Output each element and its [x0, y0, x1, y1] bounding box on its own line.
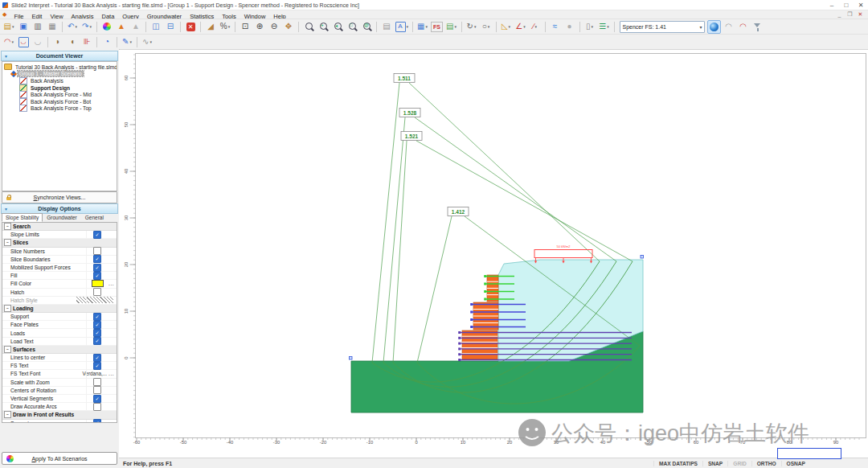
zoom-last-button[interactable]: @ [360, 20, 374, 34]
chevron-down-icon[interactable]: ▾ [535, 24, 538, 29]
filter-button[interactable] [751, 20, 764, 34]
query-slip-surface-button[interactable]: ◠▾ [2, 35, 16, 49]
query-slip-boxed-button[interactable]: ◡ [17, 35, 31, 49]
zoom-out-button[interactable]: ⊖ [268, 20, 281, 34]
option-group-slices[interactable]: −Slices [2, 239, 117, 247]
minimize-button[interactable]: – [825, 1, 839, 10]
mdi-close-button[interactable]: ✕ [855, 11, 866, 18]
tree-item-support-design[interactable]: Support Design [2, 84, 117, 92]
zoom-window-button[interactable]: □ [346, 20, 359, 34]
collapse-icon[interactable]: ▼ [4, 54, 8, 59]
model-canvas[interactable]: 6050403020100-60-50-40-30-20-10010203040… [119, 50, 868, 458]
fill-checkbox[interactable]: ✓ [93, 272, 101, 280]
ruler-button[interactable]: ◺▾ [499, 20, 513, 34]
collapse-icon[interactable]: − [4, 239, 11, 246]
slice-numbers-checkbox[interactable] [93, 247, 101, 255]
smooth-surface-button[interactable]: ∿▾ [141, 35, 154, 49]
fs-text-checkbox[interactable]: ✓ [93, 362, 101, 370]
tile-horizontal-button[interactable]: ⊟ [164, 20, 178, 34]
synchronize-views-button[interactable]: Synchronize Views... [2, 191, 117, 203]
export-image-button[interactable]: ▦ [46, 20, 59, 34]
grid-button[interactable]: ▦▾ [416, 20, 429, 34]
show-slices-left-button[interactable]: ◗ [51, 35, 65, 49]
lines-to-center-checkbox[interactable]: ✓ [93, 354, 101, 362]
option-group-surfaces[interactable]: −Surfaces [2, 346, 117, 354]
toggle-ortho[interactable]: ORTHO [751, 461, 781, 466]
dip-button[interactable]: ∕▾ [528, 20, 542, 34]
collapse-icon[interactable]: − [4, 305, 11, 312]
hatch-style-preview[interactable] [76, 297, 113, 303]
chevron-down-icon[interactable]: ▾ [149, 39, 152, 44]
option-value[interactable]: Verdana,... [83, 371, 107, 376]
ponded-water-button[interactable]: ● [563, 20, 576, 34]
chevron-down-icon[interactable]: ▾ [89, 24, 92, 29]
print-button[interactable]: ▥ [31, 20, 45, 34]
tree-item-back-analysis-force-bot[interactable]: Back Analysis Force - Bot [2, 98, 117, 105]
magnify-arrow-button[interactable]: ◂ [331, 20, 345, 34]
apply-to-all-scenarios-button[interactable]: Apply To All Scenarios [2, 452, 117, 465]
option-group-draw-in-front-of-results[interactable]: −Draw in Front of Results [2, 411, 117, 419]
chevron-down-icon[interactable]: ▾ [523, 24, 526, 29]
model-view[interactable]: 6050403020100-60-50-40-30-20-10010203040… [119, 50, 868, 458]
copy-view-button[interactable]: ▤ [380, 20, 394, 34]
support-checkbox[interactable]: ✓ [93, 313, 101, 321]
chevron-down-icon[interactable]: ▾ [592, 24, 594, 29]
globe-button[interactable] [707, 20, 721, 34]
chevron-down-icon[interactable]: ▾ [509, 24, 511, 29]
tree-item-tutorial-30-back-analysis-starting-file-slmd[interactable]: Tutorial 30 Back Analysis - starting fil… [2, 64, 117, 71]
slice-boundaries-checkbox[interactable]: ✓ [93, 255, 101, 263]
tree-item-back-analysis[interactable]: Back Analysis [2, 77, 117, 84]
add-query-line-button[interactable]: ✎▾ [121, 35, 134, 49]
chevron-down-icon[interactable]: ▾ [12, 39, 14, 44]
contour-plot-button[interactable]: ▲ [115, 20, 129, 34]
tree-item-group-1-master-scenario[interactable]: Group 1 - Master Scenario [2, 71, 117, 78]
rotate-button[interactable]: ↻▾ [465, 20, 478, 34]
centers-of-rotation-checkbox[interactable] [93, 386, 101, 394]
hatch-checkbox[interactable] [93, 288, 101, 296]
query-arc-button[interactable]: ◠ [722, 20, 735, 34]
fs-label-button[interactable]: FS [430, 20, 444, 34]
grayscale-plot-button[interactable]: ▲ [129, 20, 143, 34]
chevron-down-icon[interactable]: ▾ [488, 24, 490, 29]
zoom-extents-button[interactable]: ⊡ [239, 20, 252, 34]
support-checkbox[interactable]: ✓ [93, 419, 101, 423]
document-viewer-header[interactable]: ▼ Document Viewer [1, 51, 118, 61]
loads-checkbox[interactable]: ✓ [93, 329, 101, 337]
save-button[interactable]: ▣ [17, 20, 31, 34]
option-group-loading[interactable]: −Loading [2, 305, 117, 313]
chevron-down-icon[interactable]: ▾ [407, 24, 409, 29]
chevron-down-icon[interactable]: ▾ [228, 24, 231, 29]
draw-accurate-arcs-checkbox[interactable] [93, 403, 101, 411]
material-layers-button[interactable]: ☰▾ [597, 20, 611, 34]
mobilized-support-forces-checkbox[interactable]: ✓ [93, 264, 101, 272]
slices-fan-button[interactable]: ◔ [100, 35, 114, 49]
mdi-restore-button[interactable]: ❐ [845, 11, 855, 18]
chevron-down-icon[interactable]: ▾ [474, 24, 477, 29]
slope-view-button[interactable]: ◢ [204, 20, 218, 34]
chevron-down-icon[interactable]: ▾ [425, 24, 428, 29]
vertical-segments-checkbox[interactable]: ✓ [93, 395, 101, 403]
tree-item-back-analysis-force-top[interactable]: Back Analysis Force - Top [2, 105, 117, 113]
image-button[interactable]: ▤▾ [444, 20, 458, 34]
close-button[interactable]: ✕ [854, 1, 868, 10]
toggle-grid[interactable]: GRID [727, 461, 751, 466]
chevron-down-icon[interactable]: ▾ [454, 24, 457, 29]
option-group-search[interactable]: −Search [2, 223, 117, 231]
analysis-method-combo[interactable]: Spencer FS: 1.41▾ [620, 21, 705, 33]
add-text-button[interactable]: A▾ [395, 20, 410, 34]
undo-button[interactable]: ↶▾ [66, 20, 80, 34]
scale-with-zoom-checkbox[interactable] [93, 378, 101, 386]
magnify-button[interactable] [302, 20, 316, 34]
open-button[interactable]: ▤▾ [2, 20, 16, 34]
chevron-down-icon[interactable]: ▾ [607, 24, 609, 29]
more-button[interactable]: ... [108, 371, 114, 376]
percent-button[interactable]: %▾ [219, 20, 232, 34]
collapse-icon[interactable]: − [4, 346, 11, 353]
zoom-mouse-button[interactable]: ✥ [282, 20, 296, 34]
query-arc-colored-button[interactable]: ◠ [736, 20, 750, 34]
pick-surface-button[interactable]: ◡ [31, 35, 45, 49]
mdi-minimize-button[interactable]: _ [834, 11, 845, 18]
tab-general[interactable]: General [81, 213, 108, 222]
close-view-button[interactable]: ✕ [184, 20, 198, 34]
angle-button[interactable]: ∠▾ [514, 20, 527, 34]
